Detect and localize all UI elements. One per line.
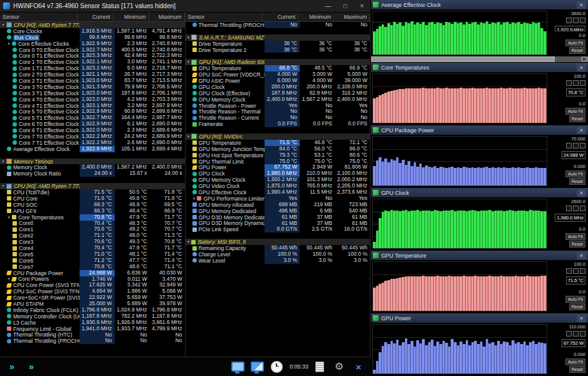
auto-fit-button[interactable]: Auto Fit xyxy=(565,296,585,303)
sensor-row[interactable]: Core 6 T0 Effective Clock1,922.9 MHz6.1 … xyxy=(0,121,185,127)
sensor-row[interactable]: Memory Clock2,400.0 MHz1,567.2 MHz2,400.… xyxy=(0,164,185,170)
expander-icon[interactable]: ▼ xyxy=(187,135,191,138)
reset-button[interactable]: Reset xyxy=(569,366,585,373)
graph-checkbox[interactable] xyxy=(573,143,579,149)
graph-scrollbar[interactable]: ▶ xyxy=(371,56,588,62)
sensor-row[interactable]: Memory Clock Ratio24.00 x15.67 x24.00 x xyxy=(0,170,185,177)
auto-fit-button[interactable]: Auto Fit xyxy=(565,39,585,46)
sensor-row[interactable]: Throttle Reason - PowerYesNoYes xyxy=(186,103,370,109)
sensor-row[interactable]: Wear Level3.0 %3.0 %3.0 % xyxy=(186,258,370,264)
close-icon[interactable]: × xyxy=(577,127,586,134)
sensor-row[interactable]: GPU Video Clock1,875.0 MHz765.0 MHz2,205… xyxy=(186,183,370,189)
section-row[interactable]: ▼CPU [#0]: AMD Ryzen 7 7735HS xyxy=(0,22,185,28)
sensor-row[interactable]: Core170.6 °C48.2 °C70.7 °C xyxy=(0,226,185,232)
col-maximum[interactable]: Maximum xyxy=(334,13,370,21)
sensor-row[interactable]: GPU Memory Clock2,400.0 MHz1,567.2 MHz2,… xyxy=(186,97,370,103)
double-arrow-button-1[interactable]: » xyxy=(4,359,20,374)
section-row[interactable]: ▼Memory Timings xyxy=(0,159,185,165)
expander-icon[interactable]: ▼ xyxy=(1,160,5,164)
sensor-row[interactable]: APU STAPM25.000 W5.889 W39.978 W xyxy=(0,301,185,307)
col-sensor[interactable]: Sensor xyxy=(186,13,263,21)
sensor-row[interactable]: GPU Temperature71.5 °C46.8 °C72.1 °C xyxy=(186,140,370,146)
sensor-row[interactable]: APU GFX66.3 °C48.4 °C66.9 °C xyxy=(0,208,185,214)
graph-checkbox[interactable] xyxy=(573,80,579,86)
sensor-row[interactable]: CPU Package Power24.988 W6.836 W40.030 W xyxy=(0,270,185,276)
sensor-row[interactable]: Core 1 T0 Effective Clock1,922.1 MHz3.0 … xyxy=(0,59,185,65)
sensor-row[interactable]: Framerate0.0 FPS0.0 FPS0.0 FPS xyxy=(186,121,370,127)
reset-button[interactable]: Reset xyxy=(569,178,585,185)
sensor-row[interactable]: Core 5 T0 Effective Clock1,922.9 MHz60.8… xyxy=(0,108,185,115)
section-row[interactable]: ▼S.M.A.R.T.: SAMSUNG MZVL41T0HBLB-00... xyxy=(186,34,370,41)
graph-checkbox[interactable] xyxy=(580,331,585,337)
expander-icon[interactable]: ▼ xyxy=(192,197,196,201)
sensor-row[interactable]: ▼Core Temperatures70.8 °C47.9 °C71.7 °C xyxy=(0,214,185,221)
sensor-row[interactable]: ▼Core Powers1.746 W0.011 W3.470 W xyxy=(0,276,185,283)
section-row[interactable]: ▼CPU [#0]: AMD Ryzen 7 7735HS: Enhanced xyxy=(0,183,185,189)
sensor-row[interactable]: Infinity Fabric Clock (FCLK)1,796.8 MHz1… xyxy=(0,307,185,313)
sensor-row[interactable]: GPU Memory Allocated699 MB219 MB723 MB xyxy=(186,202,370,208)
col-maximum[interactable]: Maximum xyxy=(149,13,185,21)
close-icon[interactable]: × xyxy=(577,64,586,71)
sensor-row[interactable]: GPU D3D Memory Dedicated61 MB37 MB61 MB xyxy=(186,214,370,221)
graph-titlebar[interactable]: GPU Temperature× xyxy=(371,251,588,260)
close-icon[interactable]: × xyxy=(577,252,586,259)
expander-icon[interactable]: ▼ xyxy=(187,36,191,39)
section-row[interactable]: ▼GPU [#1]: AMD Radeon 600M series: xyxy=(186,59,370,65)
expander-icon[interactable]: ▼ xyxy=(1,23,5,27)
reset-button[interactable]: Reset xyxy=(569,47,585,54)
graph-checkbox[interactable] xyxy=(566,80,572,86)
sensor-row[interactable]: Core070.4 °C48.3 °C70.7 °C xyxy=(0,221,185,227)
scroll-arrow-icon[interactable]: ▶ xyxy=(581,56,588,62)
sensor-row[interactable]: Core 0 T0 Effective Clock1,922.7 MHz400.… xyxy=(0,47,185,53)
sensor-row[interactable]: Average Effective Clock1,922.9 MHz105.1 … xyxy=(0,146,185,152)
graph-plot[interactable] xyxy=(372,199,547,249)
polling-clock-button[interactable] xyxy=(269,359,285,374)
sensor-row[interactable]: GPU SoC Power (VDDCR_SOC)4.000 W3.000 W5… xyxy=(186,71,370,78)
sensor-row[interactable]: GPU Power67.752 W2.949 W81.806 W xyxy=(186,164,370,170)
reset-button[interactable]: Reset xyxy=(569,303,585,310)
graph-checkbox[interactable] xyxy=(580,206,585,211)
sensor-row[interactable]: CPU (Tctl/Tdie)71.5 °C50.5 °C71.8 °C xyxy=(0,189,185,196)
graph-checkbox[interactable] xyxy=(573,331,579,337)
expander-icon[interactable]: ▼ xyxy=(1,184,5,188)
graph-plot[interactable] xyxy=(372,11,547,55)
sensor-row[interactable]: GPU ASIC Power6.000 W4.000 W39.000 W xyxy=(186,78,370,84)
sensor-row[interactable]: GPU Memory Junction Temperature84.0 °C56… xyxy=(186,146,370,152)
titlebar[interactable]: HWiNFO64 v7.36-4960 Sensor Status [171 v… xyxy=(0,0,370,13)
sensor-row[interactable]: Thermal Throttling (HTC)NoNoNo xyxy=(0,332,185,338)
sensor-row[interactable]: ▼Core Effective Clocks1,922.9 MHz2.3 MHz… xyxy=(0,41,185,47)
graph-checkbox[interactable] xyxy=(580,18,585,23)
auto-fit-button[interactable]: Auto Fit xyxy=(565,170,585,177)
sensor-row[interactable]: Charge Level100.0 %100.0 %100.0 % xyxy=(186,251,370,258)
sensor-row[interactable]: Throttle Reason - CurrentNoNoNo xyxy=(186,115,370,121)
expander-icon[interactable]: ▼ xyxy=(7,277,11,281)
section-row[interactable]: ▼Battery: MSI BIF0_9 xyxy=(186,239,370,245)
graph-titlebar[interactable]: GPU Clock× xyxy=(371,188,588,197)
sensor-row[interactable]: Drive Temperature38 °C36 °C38 °C xyxy=(186,41,370,47)
sensor-row[interactable]: Throttle Reason - ThermalNoNoNo xyxy=(186,108,370,115)
close-button[interactable]: × xyxy=(354,0,370,12)
sensor-row[interactable]: GPU Hot Spot Temperature79.3 °C53.1 °C80… xyxy=(186,152,370,159)
graph-checkbox[interactable] xyxy=(566,206,572,211)
sensor-row[interactable]: Core 6 T1 Effective Clock1,922.0 MHz2.3 … xyxy=(0,127,185,133)
sensor-row[interactable]: Thermal Throttling (PROCHOT EXT)NoNoNo xyxy=(186,22,370,28)
auto-fit-button[interactable]: Auto Fit xyxy=(565,108,585,115)
close-icon[interactable]: × xyxy=(577,1,586,9)
settings-button[interactable]: ⚙ xyxy=(331,359,347,374)
graph-plot[interactable] xyxy=(372,73,547,123)
sensor-row[interactable]: CPU SoC Power (SVI3 TFN)4.654 W1.986 W5.… xyxy=(0,288,185,295)
graph-checkbox[interactable] xyxy=(580,80,585,86)
expander-icon[interactable]: ▼ xyxy=(187,240,191,244)
sensor-row[interactable]: GPU Thermal Limit75.0 °C75.0 °C75.0 °C xyxy=(186,159,370,165)
minimize-button[interactable]: — xyxy=(320,0,337,12)
graph-titlebar[interactable]: Average Effective Clock× xyxy=(371,0,588,9)
sensor-row[interactable]: Core370.6 °C49.3 °C70.8 °C xyxy=(0,239,185,245)
sensor-row[interactable]: Core571.0 °C48.1 °C71.4 °C xyxy=(0,251,185,258)
col-minimum[interactable]: Minimum xyxy=(298,13,334,21)
logging-button[interactable] xyxy=(312,359,328,374)
col-current[interactable]: Current xyxy=(263,13,298,21)
section-row[interactable]: ▼GPU [#0]: NVIDIA: xyxy=(186,133,370,140)
sensor-row[interactable]: GPU Effective Clock1,990.4 MHz11.5 MHz2,… xyxy=(186,189,370,196)
graph-checkbox[interactable] xyxy=(566,268,572,274)
sensor-row[interactable]: Drive Temperature 238 °C36 °C38 °C xyxy=(186,47,370,53)
